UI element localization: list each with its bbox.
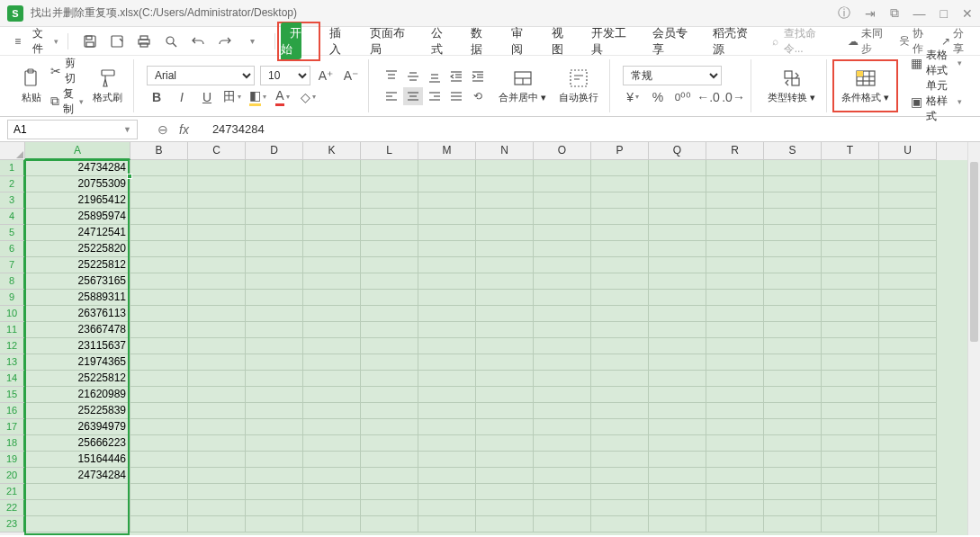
cell[interactable] <box>303 500 361 516</box>
cell[interactable] <box>534 403 591 419</box>
column-header[interactable]: K <box>303 142 361 160</box>
cell[interactable] <box>534 290 591 306</box>
cell[interactable] <box>361 500 418 516</box>
cell[interactable] <box>822 241 879 257</box>
cell[interactable] <box>534 468 591 484</box>
file-menu[interactable]: 文件 ▾ <box>27 24 64 58</box>
cell[interactable] <box>246 160 303 176</box>
cell[interactable] <box>303 306 361 322</box>
cell[interactable] <box>130 484 188 500</box>
cell[interactable]: 21974365 <box>25 354 130 371</box>
cell[interactable] <box>534 322 591 338</box>
cell[interactable] <box>706 516 764 533</box>
cell[interactable] <box>303 354 361 371</box>
cell[interactable] <box>822 484 879 500</box>
cell[interactable] <box>476 516 534 533</box>
cell[interactable] <box>476 306 534 322</box>
row-header[interactable]: 16 <box>0 403 25 419</box>
tab-view[interactable]: 视图 <box>543 22 581 61</box>
paste-button[interactable]: 粘贴 <box>18 66 45 106</box>
column-header[interactable]: T <box>822 142 879 160</box>
command-search[interactable]: ⌕ 查找命令... <box>765 24 835 58</box>
cell[interactable] <box>303 241 361 257</box>
merge-center-button[interactable]: 合并居中 ▾ <box>495 66 550 106</box>
cell[interactable] <box>822 257 879 273</box>
cell[interactable] <box>476 354 534 371</box>
cell[interactable] <box>418 192 476 209</box>
cell[interactable] <box>649 241 706 257</box>
cell[interactable] <box>822 500 879 516</box>
cell[interactable] <box>879 452 937 468</box>
cell[interactable] <box>361 516 418 533</box>
cell[interactable] <box>476 192 534 209</box>
tab-developer[interactable]: 开发工具 <box>582 22 641 61</box>
cancel-formula-icon[interactable]: ⊖ <box>157 122 168 137</box>
cell[interactable] <box>591 516 649 533</box>
cell[interactable] <box>130 468 188 484</box>
cell[interactable] <box>476 419 534 435</box>
cell[interactable] <box>706 387 764 403</box>
cell[interactable] <box>706 306 764 322</box>
tab-formulas[interactable]: 公式 <box>422 22 461 61</box>
cell[interactable] <box>822 354 879 371</box>
cell[interactable] <box>418 419 476 435</box>
cell[interactable] <box>764 290 822 306</box>
cell[interactable] <box>188 241 246 257</box>
cell[interactable] <box>130 257 188 273</box>
cell[interactable] <box>764 241 822 257</box>
cell[interactable] <box>418 241 476 257</box>
cell[interactable] <box>130 338 188 354</box>
cell[interactable] <box>476 225 534 241</box>
cell[interactable] <box>534 435 591 452</box>
cell[interactable] <box>246 257 303 273</box>
row-header[interactable]: 6 <box>0 241 25 257</box>
cell[interactable] <box>130 192 188 209</box>
cell[interactable] <box>591 192 649 209</box>
cell[interactable] <box>649 225 706 241</box>
row-header[interactable]: 20 <box>0 468 25 484</box>
cell[interactable] <box>361 176 418 192</box>
cell[interactable] <box>476 484 534 500</box>
fill-color-button[interactable]: ◧ <box>247 87 267 107</box>
cell[interactable] <box>476 338 534 354</box>
cell[interactable] <box>879 192 937 209</box>
cell[interactable] <box>303 273 361 290</box>
cell[interactable] <box>418 435 476 452</box>
cell[interactable] <box>706 176 764 192</box>
cell[interactable]: 25666223 <box>25 435 130 452</box>
cell[interactable] <box>476 209 534 225</box>
cell[interactable] <box>188 225 246 241</box>
cell[interactable] <box>822 160 879 176</box>
column-header[interactable]: N <box>476 142 534 160</box>
cell[interactable]: 21620989 <box>25 387 130 403</box>
tab-insert[interactable]: 插入 <box>320 22 359 61</box>
cell[interactable] <box>303 516 361 533</box>
cell[interactable] <box>303 257 361 273</box>
cell[interactable] <box>361 290 418 306</box>
cell[interactable] <box>879 468 937 484</box>
pin-icon[interactable]: ⇥ <box>865 6 876 21</box>
close-icon[interactable]: ✕ <box>962 6 973 21</box>
cell[interactable] <box>246 387 303 403</box>
cell[interactable] <box>649 500 706 516</box>
row-header[interactable]: 18 <box>0 435 25 452</box>
cell[interactable] <box>534 225 591 241</box>
row-header[interactable]: 1 <box>0 160 25 176</box>
cell[interactable] <box>418 322 476 338</box>
cell[interactable] <box>706 322 764 338</box>
cell[interactable] <box>649 306 706 322</box>
row-header[interactable]: 5 <box>0 225 25 241</box>
cell[interactable] <box>130 435 188 452</box>
cell[interactable]: 25673165 <box>25 273 130 290</box>
cell[interactable] <box>649 192 706 209</box>
cell[interactable] <box>361 468 418 484</box>
cell[interactable] <box>534 500 591 516</box>
cell[interactable] <box>476 403 534 419</box>
cell[interactable] <box>246 371 303 387</box>
cell[interactable] <box>130 500 188 516</box>
increase-font-icon[interactable]: A⁺ <box>316 66 336 85</box>
cell[interactable] <box>764 354 822 371</box>
cell[interactable] <box>649 338 706 354</box>
cell[interactable]: 25889311 <box>25 290 130 306</box>
cell[interactable] <box>418 160 476 176</box>
